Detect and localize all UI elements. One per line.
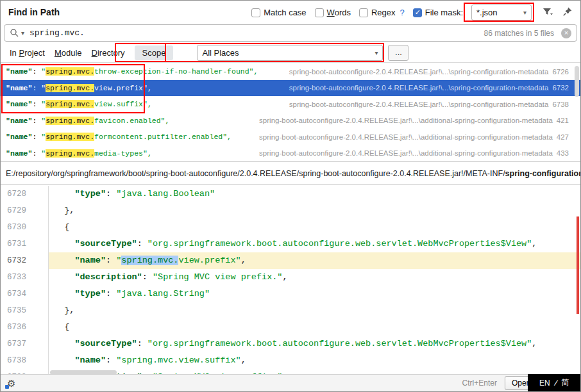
scope-value: All Places <box>202 48 239 58</box>
editor-line[interactable]: 6735 }, <box>1 302 580 319</box>
words-option[interactable]: Words <box>315 8 351 17</box>
result-file-path: spring-boot-autoconfigure-2.0.4.RELEASE.… <box>289 101 549 108</box>
match-highlight: spring.mvc. <box>46 84 94 92</box>
editor-line-code[interactable]: "sourceType": "org.springframework.boot.… <box>49 236 580 252</box>
open-shortcut-hint: Ctrl+Enter <box>462 379 497 388</box>
file-mask-value: *.json <box>476 8 498 17</box>
result-key: "name" <box>6 117 32 125</box>
words-checkbox[interactable] <box>315 8 324 17</box>
results-scrollbar-thumb[interactable] <box>575 66 579 97</box>
preview-path-head: E:/repository/org/springframework/boot/s… <box>6 169 505 178</box>
line-number: 6737 <box>1 336 49 352</box>
editor-line[interactable]: 6734 "type": "java.lang.String" <box>1 286 580 302</box>
file-mask-combobox[interactable]: *.json ▾ <box>471 4 532 20</box>
regex-label: Regex <box>371 8 396 17</box>
editor-line-code[interactable]: "name": "spring.mvc.view.suffix", <box>49 352 580 369</box>
result-line-number: 427 <box>557 133 569 141</box>
result-line-number: 6732 <box>552 84 569 92</box>
search-field[interactable]: ▾ spring.mvc. 86 matches in 5 files × <box>4 24 577 42</box>
line-number: 6734 <box>1 286 49 302</box>
result-file-path: spring-boot-autoconfigure-2.0.4.RELEASE.… <box>289 68 549 76</box>
result-line-number: 6726 <box>552 68 569 76</box>
line-number: 6732 <box>1 252 49 269</box>
search-options: Match case Words Regex ? File mask: *.js… <box>251 4 532 21</box>
file-mask-option[interactable]: File mask: <box>413 8 463 17</box>
find-in-path-dialog: Find in Path Match case Words Regex ? Fi… <box>0 0 581 392</box>
result-key: "name" <box>6 100 32 108</box>
editor-line-code[interactable]: }, <box>49 302 580 319</box>
preview-path-tail: spring-configuration-metadata <box>505 169 580 178</box>
editor-line[interactable]: 6737 "sourceType": "org.springframework.… <box>1 336 580 352</box>
match-highlight: spring.mvc. <box>46 133 94 141</box>
search-history-chevron-icon[interactable]: ▾ <box>21 29 24 37</box>
editor-line[interactable]: 6730 { <box>1 219 580 236</box>
ime-en-label: EN <box>539 379 550 388</box>
match-highlight: spring.mvc. <box>46 117 94 125</box>
match-case-option[interactable]: Match case <box>251 8 306 17</box>
editor-line-code[interactable]: "description": "Spring MVC view prefix."… <box>49 269 580 286</box>
editor-line[interactable]: 6736 { <box>1 319 580 336</box>
regex-checkbox[interactable] <box>359 8 368 17</box>
clear-search-icon[interactable]: × <box>561 28 571 38</box>
preview-file-path: E:/repository/org/springframework/boot/s… <box>1 161 580 185</box>
result-file-path: spring-boot-autoconfigure-2.0.4.RELEASE.… <box>259 117 553 124</box>
scope-bar: In Project Module Directory Scope All Pl… <box>1 43 580 63</box>
result-row[interactable]: "name": "spring.mvc.formcontent.putfilte… <box>1 129 580 145</box>
file-mask-checkbox[interactable] <box>413 8 422 17</box>
result-row[interactable]: "name": "spring.mvc.throw-exception-if-n… <box>1 63 580 80</box>
result-key: "name" <box>6 133 32 141</box>
result-row[interactable]: "name": "spring.mvc.view.suffix",spring-… <box>1 96 580 113</box>
tab-scope[interactable]: Scope <box>135 45 174 60</box>
editor-scrollbar-marker <box>577 216 579 314</box>
dialog-footer: ⚙ Ctrl+Enter Open in Fin <box>1 374 580 391</box>
result-line-number: 433 <box>557 149 569 157</box>
editor-line-code[interactable]: { <box>49 319 580 336</box>
match-case-label: Match case <box>264 8 306 17</box>
result-line-number: 6738 <box>552 101 569 108</box>
chevron-down-icon: ▾ <box>523 9 526 16</box>
result-row[interactable]: "name": "spring.mvc.favicon.enabled",spr… <box>1 113 580 129</box>
preview-editor[interactable]: 6728 "type": "java.lang.Boolean"6729 },6… <box>1 186 580 375</box>
editor-line-code[interactable]: "type": "java.lang.Boolean" <box>49 186 580 202</box>
result-file-path: spring-boot-autoconfigure-2.0.4.RELEASE.… <box>259 149 553 157</box>
words-label: Words <box>327 8 351 17</box>
ime-lang-label: 简 <box>561 377 569 388</box>
editor-line-code[interactable]: "type": "java.lang.String" <box>49 286 580 302</box>
tab-module[interactable]: Module <box>53 45 83 60</box>
search-result-summary: 86 matches in 5 files <box>484 29 554 38</box>
search-query-text[interactable]: spring.mvc. <box>29 28 85 38</box>
result-file-path: spring-boot-autoconfigure-2.0.4.RELEASE.… <box>289 84 549 92</box>
tab-in-project[interactable]: In Project <box>8 45 46 60</box>
editor-line[interactable]: 6738 "name": "spring.mvc.view.suffix", <box>1 352 580 369</box>
scope-browse-button[interactable]: ... <box>388 45 408 61</box>
dialog-header: Find in Path Match case Words Regex ? Fi… <box>1 1 580 24</box>
scope-combobox[interactable]: All Places ▾ <box>197 45 383 61</box>
file-mask-label: File mask: <box>425 8 463 17</box>
match-case-checkbox[interactable] <box>251 8 260 17</box>
editor-line-code[interactable]: "sourceType": "org.springframework.boot.… <box>49 336 580 352</box>
editor-line[interactable]: 6728 "type": "java.lang.Boolean" <box>1 186 580 202</box>
match-highlight: spring.mvc. <box>46 67 94 76</box>
gear-icon[interactable]: ⚙ <box>7 379 15 388</box>
match-highlight: spring.mvc. <box>46 100 94 108</box>
editor-line-code[interactable]: }, <box>49 202 580 219</box>
line-number: 6738 <box>1 352 49 369</box>
result-row[interactable]: "name": "spring.mvc.view.prefix",spring-… <box>1 80 580 97</box>
editor-line[interactable]: 6732 "name": "spring.mvc.view.prefix", <box>1 252 580 269</box>
filter-icon[interactable] <box>542 6 553 17</box>
line-number: 6730 <box>1 219 49 236</box>
regex-help-link[interactable]: ? <box>400 8 405 17</box>
editor-line[interactable]: 6731 "sourceType": "org.springframework.… <box>1 236 580 252</box>
line-number: 6729 <box>1 202 49 219</box>
editor-line-code[interactable]: { <box>49 219 580 236</box>
pin-icon[interactable] <box>562 6 573 17</box>
tab-directory[interactable]: Directory <box>90 45 126 60</box>
result-row[interactable]: "name": "spring.mvc.media-types",spring-… <box>1 145 580 162</box>
line-number: 6728 <box>1 186 49 202</box>
editor-line[interactable]: 6729 }, <box>1 202 580 219</box>
ime-language-bar[interactable]: EN / 简 <box>528 374 580 391</box>
ime-mode-icon: / <box>554 378 557 387</box>
regex-option[interactable]: Regex ? <box>359 8 405 17</box>
editor-line[interactable]: 6733 "description": "Spring MVC view pre… <box>1 269 580 286</box>
editor-line-code[interactable]: "name": "spring.mvc.view.prefix", <box>49 252 580 269</box>
